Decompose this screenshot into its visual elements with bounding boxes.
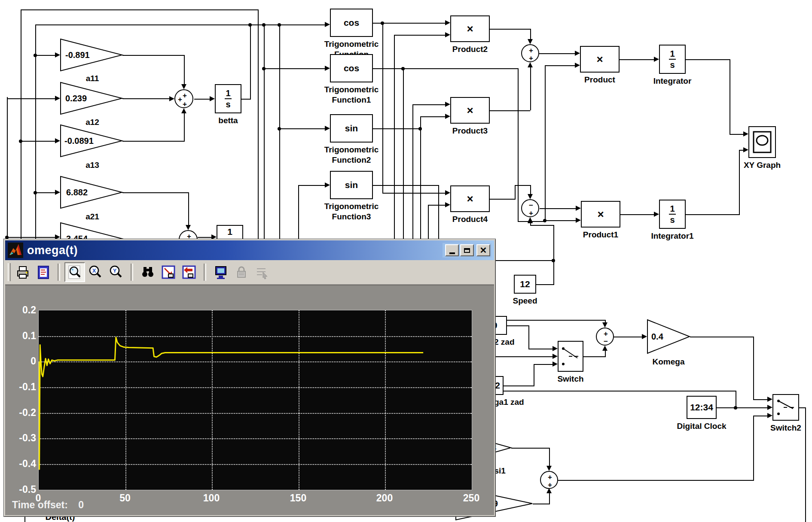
- trig-function-cos[interactable]: cos: [330, 9, 373, 37]
- sum-block[interactable]: − +: [521, 199, 539, 217]
- wire: [799, 407, 805, 408]
- arrowhead: [181, 84, 186, 89]
- zoom-x-axis-icon[interactable]: X: [85, 262, 106, 282]
- sum-block[interactable]: + +: [521, 44, 539, 62]
- product2-block[interactable]: ×: [450, 15, 490, 42]
- signal-selection-icon[interactable]: [252, 262, 272, 282]
- wire: [428, 205, 445, 206]
- block-label-product2: Product2: [449, 45, 491, 54]
- sum-sign: +: [178, 96, 182, 103]
- print-icon[interactable]: [12, 262, 33, 282]
- gain-a21[interactable]: 6.882: [60, 176, 122, 209]
- wire: [730, 59, 730, 134]
- digital-clock-block[interactable]: 12:34: [687, 396, 717, 419]
- parameters-icon[interactable]: [33, 262, 53, 282]
- scope-window[interactable]: omega(t) ✕ X Y: [3, 239, 496, 517]
- lock-axes-icon[interactable]: [231, 262, 252, 282]
- wire: [373, 68, 518, 69]
- gain-a11[interactable]: -0.891: [60, 39, 122, 71]
- wire: [21, 9, 258, 10]
- wire: [686, 59, 730, 60]
- arrowhead: [546, 466, 552, 471]
- gain-a13[interactable]: -0.0891: [60, 124, 122, 157]
- product-block[interactable]: ×: [580, 46, 620, 73]
- close-button[interactable]: ✕: [476, 244, 490, 256]
- wire-junction: [248, 23, 252, 27]
- y-tick-label: 0.2: [15, 304, 36, 316]
- toolbar-separator: [131, 264, 133, 281]
- block-label-digital-clock: Digital Clock: [669, 422, 734, 431]
- product-glyph: ×: [467, 22, 473, 36]
- arrowhead: [325, 182, 330, 188]
- wire: [412, 104, 445, 105]
- maximize-button[interactable]: [460, 244, 474, 256]
- wire: [490, 110, 530, 111]
- sum-block[interactable]: + −: [596, 328, 614, 346]
- wire: [250, 24, 251, 99]
- wire: [504, 385, 534, 386]
- product3-block[interactable]: ×: [450, 97, 490, 124]
- sum-block[interactable]: + + +: [174, 89, 193, 108]
- toolbar-grip[interactable]: [8, 263, 11, 281]
- trig-function1-cos[interactable]: cos: [330, 54, 373, 82]
- product1-block[interactable]: ×: [581, 201, 620, 228]
- fraction-numerator: 1: [670, 49, 675, 58]
- zoom-icon[interactable]: [64, 262, 85, 282]
- integrator-block[interactable]: 1s: [659, 45, 686, 74]
- zoom-y-axis-icon[interactable]: Y: [106, 262, 126, 282]
- arrowhead: [767, 397, 772, 402]
- wire: [7, 97, 8, 239]
- wire-junction: [34, 191, 37, 194]
- wire: [394, 35, 395, 239]
- switch2-block[interactable]: [772, 394, 799, 421]
- wire-junction: [552, 259, 555, 262]
- arrowhead: [325, 66, 330, 71]
- gain-komega[interactable]: 0.4: [647, 319, 690, 354]
- minimize-button[interactable]: [445, 244, 459, 256]
- arrowhead: [445, 32, 450, 37]
- wire: [533, 504, 550, 504]
- wire-junction: [734, 406, 737, 410]
- gain-label-a13: a13: [73, 161, 112, 170]
- wire: [753, 416, 769, 416]
- arrowhead: [445, 102, 450, 107]
- wire: [496, 391, 736, 392]
- xy-graph-block[interactable]: [748, 126, 776, 158]
- wire: [241, 99, 251, 100]
- floating-scope-icon[interactable]: [211, 262, 231, 282]
- trig-function2-sin[interactable]: sin: [330, 114, 373, 143]
- scope-titlebar[interactable]: omega(t) ✕: [5, 240, 494, 260]
- wire-junction: [19, 140, 22, 143]
- block-label: Trigonometric: [313, 145, 390, 155]
- arrowhead: [210, 96, 215, 101]
- wire: [279, 128, 325, 129]
- integrator1-block[interactable]: 1s: [659, 200, 686, 229]
- wire: [394, 35, 445, 36]
- integrator-betta[interactable]: 1s: [215, 84, 241, 113]
- wire: [279, 24, 280, 239]
- block-label-product4: Product4: [449, 215, 491, 224]
- arrowhead: [602, 322, 607, 328]
- gain-a12[interactable]: 0.239: [60, 82, 122, 115]
- arrowhead: [325, 22, 330, 27]
- product-glyph: ×: [467, 192, 473, 206]
- arrowhead: [576, 218, 581, 223]
- wire: [373, 185, 438, 186]
- product4-block[interactable]: ×: [450, 185, 490, 212]
- wire: [198, 237, 212, 238]
- switch-block[interactable]: [558, 341, 583, 372]
- restore-axes-icon[interactable]: [179, 262, 199, 282]
- scope-axes[interactable]: [38, 310, 472, 490]
- x-tick-label: 200: [367, 492, 402, 504]
- arrowhead: [654, 57, 659, 62]
- y-tick-label: -0.1: [15, 381, 36, 393]
- sum-block[interactable]: + +: [540, 471, 558, 489]
- wire: [35, 192, 56, 193]
- constant-speed[interactable]: 12: [514, 275, 536, 294]
- find-binoculars-icon[interactable]: [137, 262, 158, 282]
- save-axes-icon[interactable]: [158, 262, 179, 282]
- wire: [496, 320, 606, 321]
- wire: [403, 68, 404, 239]
- trig-function3-sin[interactable]: sin: [330, 171, 373, 199]
- arrowhead: [528, 194, 533, 199]
